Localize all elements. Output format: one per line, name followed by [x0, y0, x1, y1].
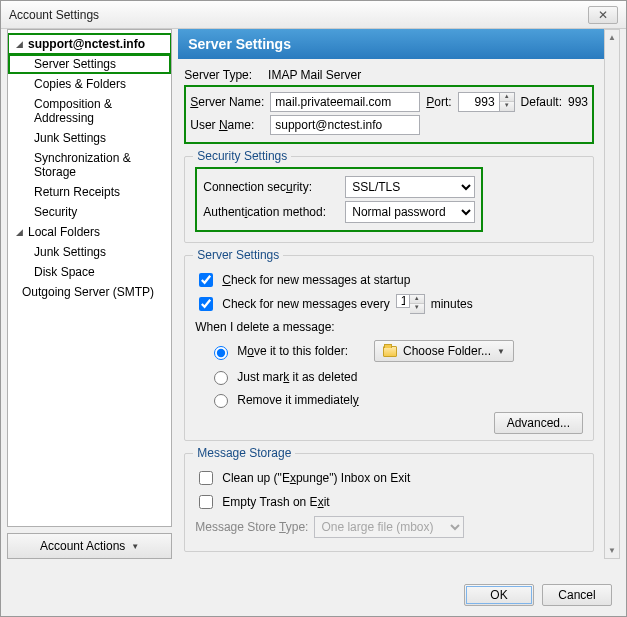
spinner-up-icon[interactable]: ▲ — [500, 93, 514, 102]
server-settings-legend: Server Settings — [193, 248, 283, 262]
delete-remove-radio[interactable] — [214, 394, 228, 408]
check-every-label-post: minutes — [431, 297, 473, 311]
message-storage-legend: Message Storage — [193, 446, 295, 460]
port-input[interactable] — [458, 92, 500, 112]
account-node[interactable]: ◢ support@nctest.info — [8, 34, 171, 54]
account-actions-label: Account Actions — [40, 539, 125, 553]
spinner-down-icon[interactable]: ▼ — [410, 304, 424, 313]
server-name-input[interactable] — [270, 92, 420, 112]
check-every-label-pre: Check for new messages every — [222, 297, 389, 311]
server-settings-fieldset: Server Settings Check for new messages a… — [184, 255, 594, 441]
sidebar-item-outgoing[interactable]: Outgoing Server (SMTP) — [8, 282, 171, 302]
expand-icon: ◢ — [14, 39, 24, 49]
spinner-down-icon[interactable]: ▼ — [500, 102, 514, 111]
port-label: Port: — [426, 95, 451, 109]
advanced-button[interactable]: Advanced... — [494, 412, 583, 434]
delete-mark-radio[interactable] — [214, 371, 228, 385]
sidebar-item-disk-space[interactable]: Disk Space — [8, 262, 171, 282]
dialog-footer: OK Cancel — [464, 584, 612, 606]
check-startup-checkbox[interactable] — [199, 273, 213, 287]
server-block-highlight: Server Name: Port: ▲▼ Default: 993 — [184, 85, 594, 144]
panel-heading: Server Settings — [178, 29, 604, 59]
titlebar: Account Settings ✕ — [1, 1, 626, 29]
choose-folder-button[interactable]: Choose Folder... ▼ — [374, 340, 514, 362]
close-button[interactable]: ✕ — [588, 6, 618, 24]
server-type-value: IMAP Mail Server — [268, 68, 361, 82]
security-legend: Security Settings — [193, 149, 291, 163]
check-every-input[interactable] — [396, 294, 410, 308]
server-name-label: Server Name: — [190, 95, 264, 109]
window-title: Account Settings — [9, 8, 588, 22]
check-every-checkbox[interactable] — [199, 297, 213, 311]
choose-folder-label: Choose Folder... — [403, 344, 491, 358]
auth-method-select[interactable]: Normal password — [345, 201, 475, 223]
sidebar-item-composition[interactable]: Composition & Addressing — [8, 94, 171, 128]
settings-panel: Server Settings Server Type: IMAP Mail S… — [178, 29, 604, 559]
account-name: support@nctest.info — [28, 37, 145, 51]
chevron-down-icon: ▼ — [131, 542, 139, 551]
delete-move-radio[interactable] — [214, 346, 228, 360]
sidebar-item-sync-storage[interactable]: Synchronization & Storage — [8, 148, 171, 182]
empty-trash-checkbox[interactable] — [199, 495, 213, 509]
message-storage-fieldset: Message Storage Clean up ("Expunge") Inb… — [184, 453, 594, 552]
scroll-up-icon[interactable]: ▲ — [608, 33, 616, 42]
scrollbar[interactable]: ▲ ▼ — [604, 29, 620, 559]
conn-security-label: Connection security: — [203, 180, 339, 194]
expunge-label: Clean up ("Expunge") Inbox on Exit — [222, 471, 410, 485]
user-name-input[interactable] — [270, 115, 420, 135]
sidebar-item-security[interactable]: Security — [8, 202, 171, 222]
auth-method-label: Authentication method: — [203, 205, 339, 219]
user-name-label: User Name: — [190, 118, 264, 132]
sidebar: ◢ support@nctest.info Server Settings Co… — [7, 29, 172, 527]
security-highlight: Connection security: SSL/TLS Authenticat… — [195, 167, 483, 232]
local-folders-label: Local Folders — [28, 225, 100, 239]
delete-remove-label: Remove it immediately — [237, 393, 358, 407]
conn-security-select[interactable]: SSL/TLS — [345, 176, 475, 198]
account-settings-window: Account Settings ✕ ◢ support@nctest.info… — [0, 0, 627, 617]
local-folders-node[interactable]: ◢ Local Folders — [8, 222, 171, 242]
cancel-button[interactable]: Cancel — [542, 584, 612, 606]
sidebar-item-copies-folders[interactable]: Copies & Folders — [8, 74, 171, 94]
check-startup-label: Check for new messages at startup — [222, 273, 410, 287]
sidebar-item-local-junk[interactable]: Junk Settings — [8, 242, 171, 262]
server-type-label: Server Type: — [184, 68, 252, 82]
chevron-down-icon: ▼ — [497, 347, 505, 356]
delete-move-label: Move it to this folder: — [237, 344, 348, 358]
ok-button[interactable]: OK — [464, 584, 534, 606]
sidebar-item-return-receipts[interactable]: Return Receipts — [8, 182, 171, 202]
check-every-spinner[interactable]: ▲▼ — [410, 294, 425, 314]
port-spinner[interactable]: ▲▼ — [500, 92, 515, 112]
port-default-value: 993 — [568, 95, 588, 109]
port-default-label: Default: — [521, 95, 562, 109]
folder-icon — [383, 346, 397, 357]
outgoing-label: Outgoing Server (SMTP) — [22, 285, 154, 299]
delete-message-label: When I delete a message: — [195, 320, 583, 334]
spinner-up-icon[interactable]: ▲ — [410, 295, 424, 304]
empty-trash-label: Empty Trash on Exit — [222, 495, 329, 509]
security-fieldset: Security Settings Connection security: S… — [184, 156, 594, 243]
account-actions-button[interactable]: Account Actions ▼ — [7, 533, 172, 559]
scroll-down-icon[interactable]: ▼ — [608, 546, 616, 555]
delete-mark-label: Just mark it as deleted — [237, 370, 357, 384]
expand-icon: ◢ — [14, 227, 24, 237]
expunge-checkbox[interactable] — [199, 471, 213, 485]
sidebar-item-server-settings[interactable]: Server Settings — [8, 54, 171, 74]
store-type-select: One large file (mbox) — [314, 516, 464, 538]
store-type-label: Message Store Type: — [195, 520, 308, 534]
sidebar-item-junk[interactable]: Junk Settings — [8, 128, 171, 148]
